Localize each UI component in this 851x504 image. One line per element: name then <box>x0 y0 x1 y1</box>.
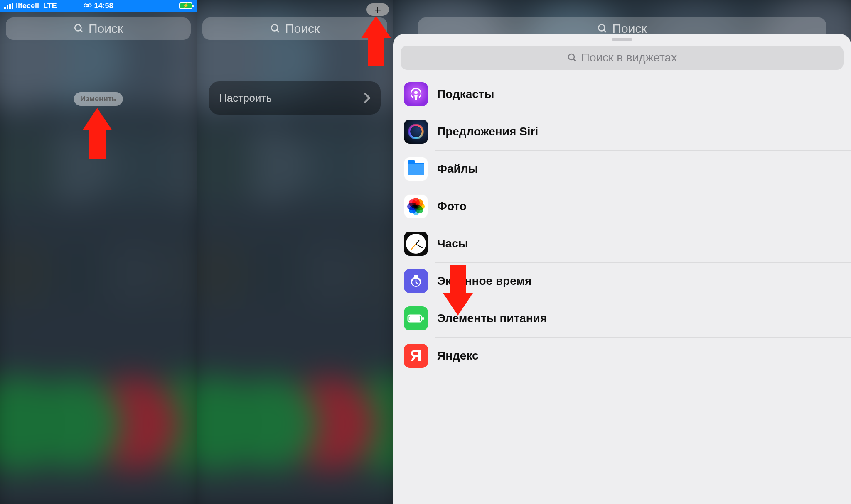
svg-line-9 <box>573 59 576 61</box>
svg-point-6 <box>599 24 605 31</box>
edit-button-label: Изменить <box>80 95 116 103</box>
carrier-label: lifecell <box>16 2 39 10</box>
widget-gallery-sheet: Поиск в виджетах Подкасты Предложения Si… <box>393 34 851 504</box>
list-item-label: Часы <box>437 237 468 250</box>
list-item[interactable]: Фото <box>393 188 851 225</box>
battery-charging-icon: ⚡ <box>179 2 192 9</box>
svg-point-8 <box>568 54 574 60</box>
clock-time: 14:58 <box>94 2 113 10</box>
podcasts-icon <box>404 82 428 106</box>
list-item-label: Предложения Siri <box>437 125 538 138</box>
list-item-label: Фото <box>437 200 467 213</box>
list-item[interactable]: Я Яндекс <box>393 337 851 380</box>
personal-hotspot-icon <box>83 2 91 10</box>
chevron-right-icon <box>363 92 371 104</box>
plus-icon: ＋ <box>372 2 383 17</box>
svg-point-10 <box>414 91 418 94</box>
files-icon <box>404 157 428 181</box>
list-item-label: Подкасты <box>437 88 494 101</box>
configure-label: Настроить <box>219 92 272 105</box>
list-item-label: Файлы <box>437 162 478 176</box>
photos-icon <box>404 194 428 218</box>
widget-search-field[interactable]: Поиск в виджетах <box>401 46 844 70</box>
list-item[interactable]: Файлы <box>393 150 851 188</box>
list-item[interactable]: Часы <box>393 225 851 262</box>
svg-point-4 <box>271 24 278 31</box>
batteries-icon <box>404 306 428 330</box>
screen-time-icon <box>404 269 428 293</box>
widget-app-list: Подкасты Предложения Siri Файлы <box>393 76 851 380</box>
signal-strength-icon <box>4 3 13 9</box>
svg-rect-13 <box>422 317 424 320</box>
screenshot-panel-3: Поиск Поиск в виджетах Подкасты Предложе… <box>393 0 851 504</box>
status-bar: lifecell LTE 14:58 ⚡ <box>0 0 197 12</box>
add-widget-button[interactable]: ＋ <box>366 3 389 16</box>
annotation-arrow-icon <box>361 16 391 66</box>
network-label: LTE <box>43 2 57 10</box>
list-item-label: Яндекс <box>437 349 479 362</box>
screenshot-panel-1: lifecell LTE 14:58 ⚡ Поиск Изменить <box>0 0 197 504</box>
spotlight-search-field[interactable]: Поиск <box>6 17 191 40</box>
blurred-home-backdrop <box>197 0 393 504</box>
svg-line-3 <box>80 30 82 32</box>
sheet-grabber[interactable] <box>612 38 632 41</box>
spotlight-search-field[interactable]: Поиск <box>202 17 387 40</box>
screenshot-panel-2: ＋ Поиск Настроить <box>197 0 393 504</box>
list-item[interactable]: Подкасты <box>393 76 851 113</box>
list-item[interactable]: Предложения Siri <box>393 113 851 150</box>
siri-icon <box>404 120 428 144</box>
clock-icon <box>404 232 428 256</box>
configure-widget-card[interactable]: Настроить <box>209 81 381 115</box>
search-placeholder: Поиск <box>612 22 647 36</box>
annotation-arrow-icon <box>82 108 112 159</box>
svg-line-5 <box>277 30 279 32</box>
search-placeholder: Поиск <box>285 22 320 36</box>
yandex-icon: Я <box>404 344 428 368</box>
widget-search-placeholder: Поиск в виджетах <box>581 51 677 64</box>
svg-rect-14 <box>409 316 420 321</box>
edit-button[interactable]: Изменить <box>74 92 123 106</box>
svg-point-2 <box>75 24 81 31</box>
annotation-arrow-icon <box>443 265 473 316</box>
blurred-home-backdrop <box>0 0 197 504</box>
search-placeholder: Поиск <box>89 22 123 36</box>
svg-line-7 <box>604 30 606 32</box>
